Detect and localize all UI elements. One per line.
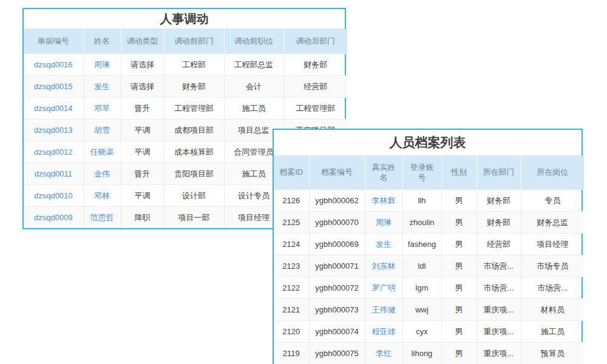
link-cell[interactable]: 邓林 [83,185,121,207]
table-cell: 经营部 [476,234,521,255]
table-cell: 财务部 [283,54,347,76]
table-row: 2122ygbh000072罗广明lgm男市场营...市场营... [274,277,584,299]
table-cell: 男 [441,343,476,364]
link-cell[interactable]: dzsqd0011 [24,163,83,185]
table-cell: 男 [441,190,476,212]
table-cell: lihong [402,343,441,364]
column-header: 调动前职位 [224,29,283,54]
table-row: 2126ygbh000062李林辉llh男财务部专员 [274,190,584,212]
link-cell[interactable]: 刘东林 [365,255,402,277]
table-cell: 成都项目部 [164,120,224,141]
link-cell[interactable]: 罗广明 [365,277,402,299]
table-row: 2119ygbh000075李红lihong男重庆项...预算员 [274,343,584,364]
table-cell: 晋升 [121,98,164,120]
table-cell: 重庆项... [476,321,521,343]
link-cell[interactable]: 李林辉 [365,190,402,212]
table-cell: 2119 [274,343,309,364]
link-cell[interactable]: 范思哲 [83,207,121,229]
link-cell[interactable]: 邓琴 [83,98,121,120]
link-cell[interactable]: dzsqd0012 [24,141,83,163]
table-cell: 施工员 [521,321,584,343]
table-cell: 项目经理 [521,234,584,255]
table-cell: ygbh000070 [309,212,365,234]
table-cell: fasheng [402,234,441,255]
table-cell: 平调 [121,120,164,141]
link-cell[interactable]: 李红 [365,343,402,364]
table-cell: 2121 [274,299,309,321]
table-cell: 市场专员 [521,255,584,277]
table-cell: 工程管理部 [283,98,347,120]
link-cell[interactable]: dzsqd0013 [24,120,83,141]
table-cell: 经营部 [283,76,347,98]
table-cell: 降职 [121,207,164,229]
column-header: 调动类型 [121,29,164,54]
table-cell: 男 [441,234,476,255]
table-cell: 2126 [274,190,309,212]
link-cell[interactable]: 发生 [83,76,121,98]
table-cell: 请选择 [121,76,164,98]
link-cell[interactable]: 任晓渠 [83,141,121,163]
archive-header-row: 档案ID档案编号真实姓名登录账号性别所在部门所在岗位 [274,156,584,190]
link-cell[interactable]: 金伟 [83,163,121,185]
archive-table-body: 2126ygbh000062李林辉llh男财务部专员2125ygbh000070… [274,190,584,364]
column-header: 所在部门 [476,156,521,190]
link-cell[interactable]: 胡雪 [83,120,121,141]
table-cell: 男 [441,277,476,299]
link-cell[interactable]: 程亚雄 [365,321,402,343]
column-header: 调动后部门 [283,29,347,54]
table-cell: 2122 [274,277,309,299]
link-cell[interactable]: 发生 [365,234,402,255]
table-cell: 材料员 [521,299,584,321]
table-cell: ygbh000074 [309,321,365,343]
table-cell: llh [402,190,441,212]
transfer-header-row: 单据编号姓名调动类型调动前部门调动前职位调动后部门 [24,29,347,54]
table-cell: 会计 [224,76,283,98]
table-cell: lgm [402,277,441,299]
personnel-archive-table: 档案ID档案编号真实姓名登录账号性别所在部门所在岗位 2126ygbh00006… [274,156,584,364]
table-cell: ygbh000069 [309,234,365,255]
table-cell: cyx [402,321,441,343]
column-header: 登录账号 [402,156,441,190]
column-header: 档案编号 [309,156,365,190]
table-row: dzsqd0015发生请选择财务部会计经营部 [24,76,347,98]
link-cell[interactable]: dzsqd0014 [24,98,83,120]
table-cell: 男 [441,212,476,234]
table-cell: 工程部总监 [224,54,283,76]
column-header: 所在岗位 [521,156,584,190]
column-header: 性别 [441,156,476,190]
table-cell: 晋升 [121,163,164,185]
table-cell: 工程部 [164,54,224,76]
link-cell[interactable]: 周琳 [365,212,402,234]
link-cell[interactable]: 王伟健 [365,299,402,321]
table-cell: 男 [441,255,476,277]
link-cell[interactable]: 周琳 [83,54,121,76]
table-cell: 市场营... [476,277,521,299]
table-cell: wwj [402,299,441,321]
column-header: 调动前部门 [164,29,224,54]
table-cell: 财务部 [476,190,521,212]
table-cell: 男 [441,299,476,321]
link-cell[interactable]: dzsqd0015 [24,76,83,98]
personnel-transfer-title: 人事调动 [24,9,345,29]
table-cell: 请选择 [121,54,164,76]
column-header: 姓名 [83,29,121,54]
table-cell: 市场营... [476,255,521,277]
table-cell: 平调 [121,185,164,207]
table-cell: 财务总监 [521,212,584,234]
table-row: dzsqd0014邓琴晋升工程管理部施工员工程管理部 [24,98,347,120]
table-row: 2125ygbh000070周琳zhoulin男财务部财务总监 [274,212,584,234]
column-header: 单据编号 [24,29,83,54]
table-cell: 成本核算部 [164,141,224,163]
table-cell: 2123 [274,255,309,277]
column-header: 档案ID [274,156,309,190]
table-row: 2123ygbh000071刘东林ldl男市场营...市场专员 [274,255,584,277]
link-cell[interactable]: dzsqd0010 [24,185,83,207]
table-cell: 重庆项... [476,343,521,364]
column-header: 真实姓名 [365,156,402,190]
table-cell: ygbh000073 [309,299,365,321]
table-cell: 工程管理部 [164,98,224,120]
link-cell[interactable]: dzsqd0016 [24,54,83,76]
table-cell: ygbh000075 [309,343,365,364]
table-cell: ygbh000072 [309,277,365,299]
link-cell[interactable]: dzsqd0009 [24,207,83,229]
